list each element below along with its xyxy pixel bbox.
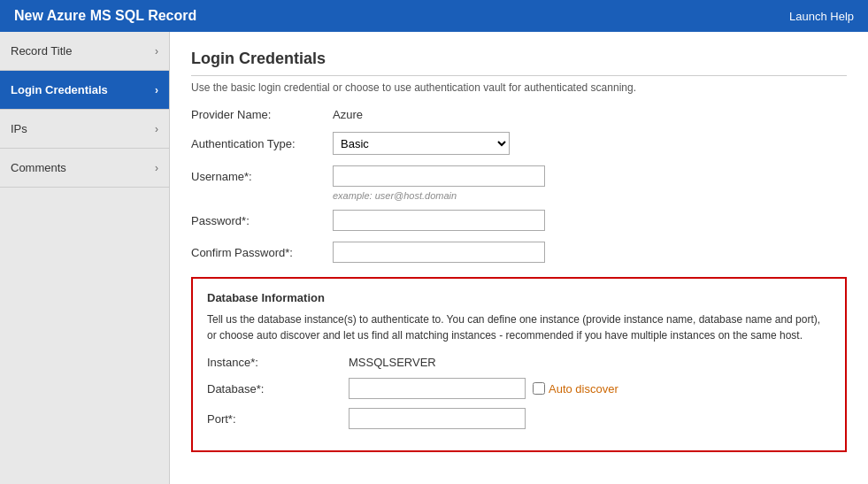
chevron-right-icon: › <box>155 45 158 58</box>
port-label: Port*: <box>207 412 349 426</box>
sidebar: Record Title › Login Credentials › IPs ›… <box>0 32 170 484</box>
sidebar-item-label: Login Credentials <box>11 83 108 96</box>
header-title: New Azure MS SQL Record <box>14 8 196 24</box>
content-area: Login Credentials Use the basic login cr… <box>170 32 868 484</box>
username-input[interactable] <box>333 165 545 187</box>
password-input[interactable] <box>333 210 545 231</box>
database-label: Database*: <box>207 382 349 396</box>
auto-discover-label[interactable]: Auto discover <box>549 382 618 396</box>
provider-name-value: Azure <box>333 108 363 121</box>
auth-type-select[interactable]: Basic Vault <box>333 132 510 155</box>
instance-label: Instance*: <box>207 356 349 369</box>
instance-row: Instance*: MSSQLSERVER <box>207 356 831 369</box>
sidebar-item-login-credentials[interactable]: Login Credentials › <box>0 71 169 110</box>
database-input[interactable] <box>349 378 526 399</box>
sidebar-item-label: Comments <box>11 161 66 174</box>
sidebar-item-label: IPs <box>11 122 27 135</box>
sidebar-item-comments[interactable]: Comments › <box>0 149 169 188</box>
confirm-password-input[interactable] <box>333 242 545 263</box>
db-info-title: Database Information <box>207 291 831 304</box>
username-label: Username*: <box>191 170 333 183</box>
sidebar-item-ips[interactable]: IPs › <box>0 110 169 149</box>
confirm-password-row: Confirm Password*: <box>191 242 847 263</box>
content-description: Use the basic login credential or choose… <box>191 81 847 94</box>
chevron-right-icon: › <box>155 84 158 96</box>
port-input[interactable] <box>349 408 526 429</box>
confirm-password-label: Confirm Password*: <box>191 246 333 259</box>
main-layout: Record Title › Login Credentials › IPs ›… <box>0 32 868 484</box>
db-info-description: Tell us the database instance(s) to auth… <box>207 311 831 343</box>
username-row: Username*: <box>191 165 847 187</box>
sidebar-item-label: Record Title <box>11 44 72 58</box>
port-row: Port*: <box>207 408 831 429</box>
auth-type-label: Authentication Type: <box>191 137 333 150</box>
chevron-right-icon: › <box>155 123 158 135</box>
database-info-box: Database Information Tell us the databas… <box>191 277 847 452</box>
auth-type-row: Authentication Type: Basic Vault <box>191 132 847 155</box>
provider-name-label: Provider Name: <box>191 108 333 121</box>
password-row: Password*: <box>191 210 847 231</box>
chevron-right-icon: › <box>155 162 158 174</box>
username-hint: example: user@host.domain <box>333 190 847 201</box>
auto-discover-checkbox[interactable] <box>533 382 545 395</box>
auto-discover-wrapper: Auto discover <box>533 382 618 396</box>
instance-value: MSSQLSERVER <box>349 356 436 369</box>
sidebar-item-record-title[interactable]: Record Title › <box>0 32 169 71</box>
header: New Azure MS SQL Record Launch Help <box>0 0 868 32</box>
database-row: Database*: Auto discover <box>207 378 831 399</box>
page-title: Login Credentials <box>191 50 847 76</box>
provider-name-row: Provider Name: Azure <box>191 108 847 121</box>
launch-help-link[interactable]: Launch Help <box>789 10 854 23</box>
password-label: Password*: <box>191 214 333 227</box>
